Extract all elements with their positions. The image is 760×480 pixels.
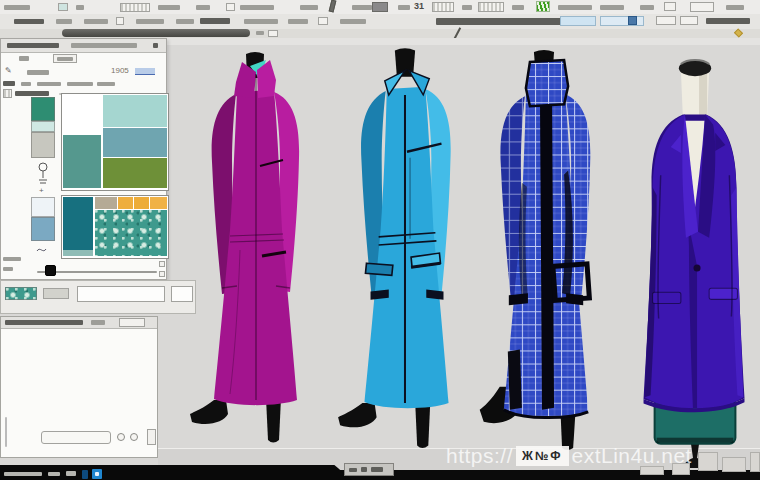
menu-item[interactable] (726, 5, 744, 10)
pen-cursor-icon (329, 0, 337, 12)
toolbar-label (84, 19, 108, 24)
palette-cell[interactable] (63, 197, 93, 250)
menu-item[interactable] (300, 5, 318, 10)
toolbar-scrollbar[interactable] (62, 29, 250, 37)
list-icon[interactable] (3, 89, 12, 98)
footer-field[interactable] (171, 286, 193, 302)
menu-item[interactable] (76, 5, 84, 10)
header-button[interactable] (119, 318, 145, 327)
toolbar-icon[interactable] (116, 17, 124, 25)
meta-link[interactable] (135, 68, 155, 75)
palette-cell[interactable] (103, 95, 167, 127)
tool-dot[interactable] (130, 433, 138, 441)
design-magenta-coat[interactable] (180, 50, 330, 450)
palette-cell[interactable] (134, 197, 149, 209)
menu-item[interactable] (600, 5, 624, 10)
swatch-icon[interactable] (58, 3, 68, 11)
strip-swatch[interactable] (31, 121, 55, 132)
design-purple-coat[interactable] (622, 54, 760, 468)
panel-tab[interactable] (7, 43, 59, 48)
pin-icon[interactable] (628, 16, 637, 25)
menu-bar: 31 (0, 0, 760, 15)
stand-collar (526, 60, 568, 106)
grid-icon[interactable] (432, 2, 454, 12)
menu-item[interactable] (462, 5, 472, 10)
new-document-icon[interactable] (226, 3, 235, 11)
menu-item[interactable] (4, 5, 30, 10)
pattern-swatch[interactable] (95, 210, 167, 256)
toolbar-icon[interactable] (664, 2, 676, 11)
palette-cell[interactable] (95, 197, 117, 209)
canvas-top-edge (158, 38, 760, 45)
footer-field[interactable] (77, 286, 165, 302)
menu-item[interactable] (240, 5, 274, 10)
menu-item[interactable] (558, 5, 592, 10)
app-icon-dark[interactable] (82, 470, 88, 479)
palette-cell[interactable] (63, 250, 93, 256)
lamp-sketch-icon (35, 161, 51, 185)
form-neck-shade (699, 72, 707, 116)
palette-cell[interactable] (103, 128, 167, 157)
strip-swatch[interactable] (31, 217, 55, 241)
menu-item[interactable] (352, 5, 372, 10)
tool-dot[interactable] (117, 433, 125, 441)
add-swatch-icon[interactable]: + (39, 187, 44, 195)
toolbar-label (288, 19, 308, 24)
toolbar-icon[interactable] (268, 30, 278, 37)
design-cyan-coat[interactable] (330, 46, 482, 452)
document-panel-header (1, 317, 157, 329)
design-check-coat[interactable] (466, 50, 624, 452)
menu-item[interactable] (196, 5, 210, 10)
strip-swatch[interactable] (31, 97, 55, 121)
system-tray[interactable] (344, 463, 394, 476)
meta-value: 1905 (111, 67, 129, 75)
toolbar-label (136, 19, 164, 24)
palette-cell[interactable] (150, 197, 167, 209)
toolbar-label (244, 19, 278, 24)
footer-button[interactable] (41, 431, 111, 444)
active-pattern-preview[interactable] (5, 287, 37, 300)
stepper-up[interactable] (159, 261, 165, 267)
toolbar-icon[interactable] (318, 17, 328, 25)
window-controls[interactable] (690, 2, 714, 12)
skirt-slit (508, 349, 522, 409)
menu-item[interactable] (512, 5, 524, 10)
toolbar-icon[interactable] (680, 16, 698, 25)
label-garbled (37, 82, 61, 86)
palette-cell[interactable] (63, 95, 101, 135)
footer-button[interactable] (43, 288, 69, 299)
coat-button (694, 265, 701, 272)
close-icon[interactable] (153, 43, 158, 48)
form-base-bottom (657, 438, 734, 443)
strip-swatch[interactable] (31, 132, 55, 158)
palette-cell[interactable] (63, 135, 101, 188)
sub-tab[interactable] (53, 54, 77, 63)
label-garbled (3, 267, 13, 271)
app-icon-blue[interactable] (92, 469, 102, 479)
toolbar-icon[interactable] (656, 16, 676, 25)
palette-cell[interactable] (118, 197, 133, 209)
grid-icon[interactable] (478, 2, 504, 12)
pencil-icon[interactable]: ✎ (5, 67, 12, 75)
slider-handle[interactable] (45, 265, 56, 276)
menu-item[interactable] (158, 5, 180, 10)
menu-item[interactable] (398, 5, 410, 10)
palette-cell[interactable] (103, 158, 167, 188)
toolbar-icon[interactable] (372, 2, 388, 12)
menu-item[interactable] (640, 5, 654, 10)
strip-swatch[interactable] (31, 197, 55, 217)
stepper-down[interactable] (159, 271, 165, 277)
document-panel (0, 316, 158, 458)
table-icon[interactable] (120, 3, 150, 12)
footer-button[interactable] (147, 429, 156, 445)
mannequin-foot-left (338, 403, 377, 427)
highlighted-field[interactable] (560, 16, 596, 26)
highlighted-field[interactable] (600, 16, 644, 26)
panel-tab[interactable] (71, 43, 137, 48)
squiggle-icon (35, 245, 51, 255)
watermark: https:// Ж№Ф extLin4u.net (446, 444, 692, 468)
panel-title-garbled (5, 320, 83, 325)
taskbar-text-garbled (66, 471, 76, 476)
dropdown-caret-icon[interactable] (734, 28, 743, 37)
toolbar-fragment: 31 (414, 2, 424, 11)
